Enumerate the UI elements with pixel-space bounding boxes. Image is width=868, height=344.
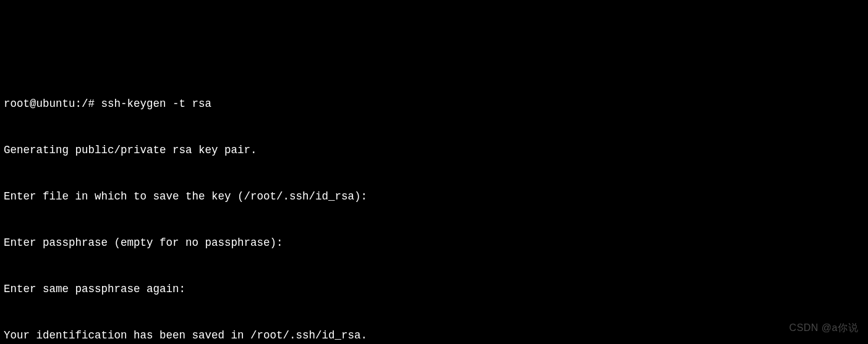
output-line: Enter file in which to save the key (/ro… (4, 189, 864, 204)
terminal-output[interactable]: root@ubuntu:/# ssh-keygen -t rsa Generat… (4, 65, 864, 344)
command-line-1: root@ubuntu:/# ssh-keygen -t rsa (4, 96, 864, 112)
output-line: Generating public/private rsa key pair. (4, 143, 864, 158)
output-line: Enter passphrase (empty for no passphras… (4, 235, 864, 251)
output-line: Your identification has been saved in /r… (4, 328, 864, 343)
watermark-text: CSDN @a你说 (789, 320, 858, 335)
command-text: ssh-keygen -t rsa (101, 98, 212, 110)
shell-prompt: root@ubuntu:/# (4, 98, 101, 110)
output-line: Enter same passphrase again: (4, 282, 864, 297)
